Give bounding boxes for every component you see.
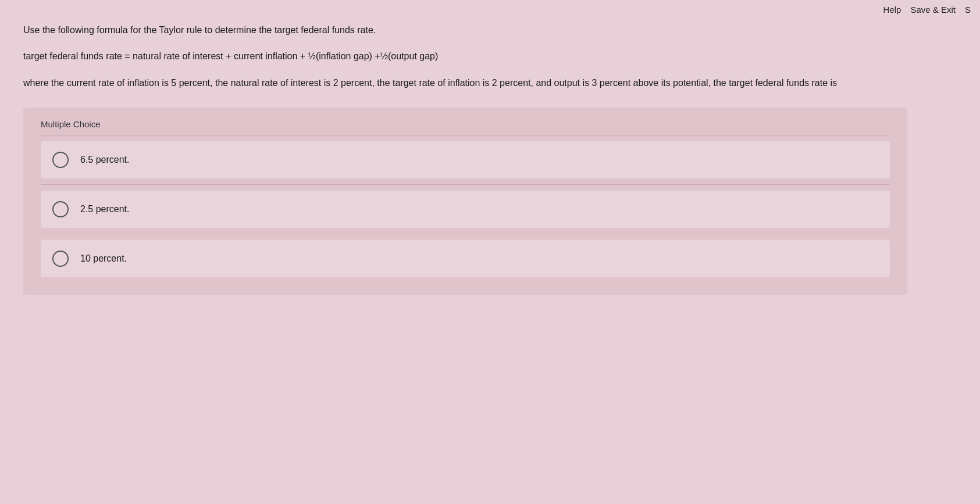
content-area: Use the following formula for the Taylor… [0,0,931,318]
help-link[interactable]: Help [883,5,901,15]
choice-option-b[interactable]: 2.5 percent. [41,191,890,228]
instruction-text: Use the following formula for the Taylor… [23,23,907,37]
divider-top [41,135,890,135]
choice-text-a: 6.5 percent. [80,155,130,165]
choice-text-b: 2.5 percent. [80,204,130,215]
formula-text: target federal funds rate = natural rate… [23,49,907,64]
radio-c[interactable] [52,251,69,267]
description-text: where the current rate of inflation is 5… [23,76,907,91]
save-exit-link[interactable]: Save & Exit [910,5,956,15]
radio-a[interactable] [52,152,69,168]
divider-2 [41,234,890,234]
choice-option-a[interactable]: 6.5 percent. [41,141,890,178]
choice-text-c: 10 percent. [80,253,127,264]
radio-b[interactable] [52,201,69,217]
skip-link[interactable]: S [965,5,971,15]
multiple-choice-container: Multiple Choice 6.5 percent. 2.5 percent… [23,108,907,295]
top-bar: Help Save & Exit S [874,0,980,19]
multiple-choice-label: Multiple Choice [41,119,890,129]
choice-option-c[interactable]: 10 percent. [41,240,890,277]
divider-1 [41,184,890,185]
